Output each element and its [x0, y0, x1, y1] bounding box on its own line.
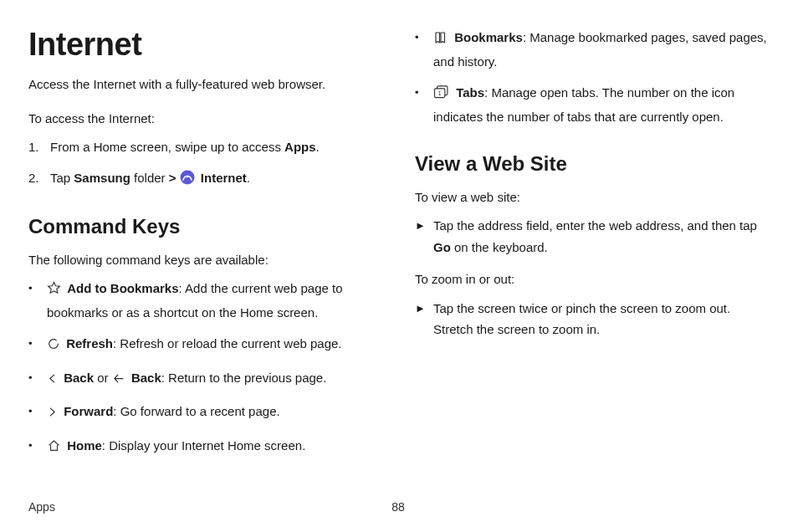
bold: Home — [67, 438, 102, 453]
chevron-right-icon: > — [169, 171, 176, 185]
arrow-left-icon — [112, 370, 125, 391]
step-text: Tap Samsung folder > Internet. — [50, 168, 381, 190]
bullet-icon: • — [28, 435, 47, 459]
step-number: 1. — [28, 137, 50, 156]
intro-text: Access the Internet with a fully-feature… — [28, 74, 381, 94]
zoom-list: ► Tap the screen twice or pinch the scre… — [415, 298, 768, 340]
bold: Bookmarks — [454, 30, 523, 44]
bold: Add to Bookmarks — [67, 281, 178, 295]
section-heading-command-keys: Command Keys — [28, 215, 381, 238]
bullet-icon: • — [28, 401, 47, 425]
tabs-icon: 1 — [433, 84, 450, 106]
bullet-icon: • — [415, 82, 433, 127]
footer-section: Apps — [28, 500, 55, 514]
text: Tap — [50, 171, 74, 185]
bullet-icon: • — [28, 278, 47, 323]
footer: Apps 88 — [28, 500, 768, 514]
view-list: ► Tap the address field, enter the web a… — [415, 215, 768, 258]
bookmarks-icon — [433, 29, 448, 51]
list-item: ► Tap the screen twice or pinch the scre… — [415, 298, 768, 340]
item-body: 1 Tabs: Manage open tabs. The number on … — [433, 82, 768, 127]
text: on the keyboard. — [451, 240, 548, 254]
bullet-icon: • — [415, 27, 433, 72]
text: folder — [130, 171, 169, 185]
arrow-icon: ► — [415, 298, 433, 340]
bold: Tabs — [456, 85, 484, 100]
bold: Samsung — [74, 171, 130, 185]
bold: Refresh — [66, 336, 113, 350]
bold: Back — [131, 371, 161, 385]
list-item: • Home: Display your Internet Home scree… — [28, 435, 381, 459]
page-number: 88 — [391, 500, 405, 514]
item-body: Add to Bookmarks: Add the current web pa… — [47, 278, 381, 323]
item-body: Forward: Go forward to a recent page. — [47, 401, 381, 425]
item-body: Refresh: Refresh or reload the current w… — [47, 333, 381, 357]
step-2: 2. Tap Samsung folder > Internet. — [28, 168, 381, 190]
step-1: 1. From a Home screen, swipe up to acces… — [28, 137, 381, 156]
right-column: • Bookmarks: Manage bookmarked pages, sa… — [415, 27, 768, 468]
item-body: Home: Display your Internet Home screen. — [47, 435, 381, 459]
list-item: • Add to Bookmarks: Add the current web … — [28, 278, 381, 323]
step-text: From a Home screen, swipe up to access A… — [50, 137, 381, 156]
access-intro: To access the Internet: — [28, 109, 381, 128]
refresh-icon — [47, 335, 60, 357]
zoom-intro: To zoom in or out: — [415, 269, 768, 289]
section-heading-view-site: View a Web Site — [415, 152, 768, 176]
chevron-left-icon — [47, 370, 58, 391]
text: : Display your Internet Home screen. — [102, 438, 305, 453]
svg-point-1 — [186, 175, 188, 177]
text: . — [316, 140, 320, 154]
bold: Back — [64, 371, 94, 385]
left-column: Internet Access the Internet with a full… — [28, 27, 381, 468]
text: : Go forward to a recent page. — [113, 404, 279, 418]
list-item: • 1 Tabs: Manage open tabs. The number o… — [415, 82, 768, 127]
text: Tap the address field, enter the web add… — [433, 218, 757, 233]
access-steps: 1. From a Home screen, swipe up to acces… — [28, 137, 381, 191]
internet-icon — [180, 170, 195, 190]
svg-text:1: 1 — [438, 90, 442, 96]
bullet-icon: • — [28, 333, 47, 357]
list-item: • Bookmarks: Manage bookmarked pages, sa… — [415, 27, 768, 72]
list-item: • Refresh: Refresh or reload the current… — [28, 333, 381, 357]
text: or — [94, 371, 112, 385]
arrow-icon: ► — [415, 215, 433, 258]
command-intro: The following command keys are available… — [28, 250, 381, 269]
view-intro: To view a web site: — [415, 187, 768, 207]
bold: Forward — [64, 404, 113, 418]
item-body: Back or Back: Return to the previous pag… — [47, 367, 381, 391]
command-list-cont: • Bookmarks: Manage bookmarked pages, sa… — [415, 27, 768, 127]
text: From a Home screen, swipe up to access — [50, 140, 284, 154]
bold: Internet — [197, 171, 247, 185]
home-icon — [47, 437, 61, 459]
bullet-icon: • — [28, 367, 47, 391]
list-item: • Forward: Go forward to a recent page. — [28, 401, 381, 425]
item-body: Tap the screen twice or pinch the screen… — [433, 298, 768, 340]
command-list: • Add to Bookmarks: Add the current web … — [28, 278, 381, 458]
bold: Apps — [284, 140, 316, 154]
text: : Refresh or reload the current web page… — [113, 336, 342, 350]
text: : Return to the previous page. — [161, 371, 327, 385]
step-number: 2. — [28, 168, 50, 190]
item-body: Tap the address field, enter the web add… — [433, 215, 768, 258]
list-item: ► Tap the address field, enter the web a… — [415, 215, 768, 258]
chevron-right-icon — [47, 403, 58, 425]
star-icon — [47, 280, 61, 302]
page-title: Internet — [28, 27, 381, 63]
item-body: Bookmarks: Manage bookmarked pages, save… — [433, 27, 768, 72]
list-item: • Back or Back: Return to the previous p… — [28, 367, 381, 391]
text: . — [247, 171, 250, 185]
bold: Go — [433, 240, 451, 254]
